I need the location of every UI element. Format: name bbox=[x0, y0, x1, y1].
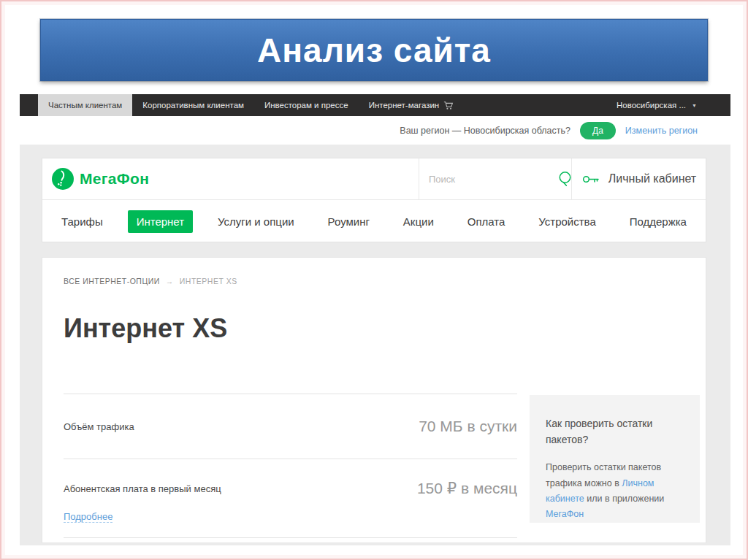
nav-item-support[interactable]: Поддержка bbox=[621, 210, 695, 233]
top-tab-label: Инвесторам и прессе bbox=[264, 101, 348, 110]
region-yes-button[interactable]: Да bbox=[580, 122, 616, 139]
breadcrumb-arrow-icon: → bbox=[166, 277, 174, 285]
audience-nav-bar: Частным клиентам Корпоративным клиентам … bbox=[20, 94, 730, 116]
breadcrumb-root-link[interactable]: ВСЕ ИНТЕРНЕТ-ОПЦИИ bbox=[64, 277, 160, 285]
megafon-logo-icon bbox=[52, 168, 74, 190]
nav-item-devices[interactable]: Устройства bbox=[530, 210, 604, 233]
content-card: ВСЕ ИНТЕРНЕТ-ОПЦИИ → ИНТЕРНЕТ XS Интерне… bbox=[42, 257, 706, 543]
spec-label: Объём трафика bbox=[64, 421, 134, 432]
key-icon bbox=[582, 174, 600, 185]
chevron-down-icon: ▼ bbox=[692, 103, 697, 108]
top-tab-corporate-clients[interactable]: Корпоративным клиентам bbox=[132, 94, 254, 116]
search-input[interactable] bbox=[429, 174, 557, 185]
breadcrumb: ВСЕ ИНТЕРНЕТ-ОПЦИИ → ИНТЕРНЕТ XS bbox=[64, 277, 237, 285]
nav-item-internet[interactable]: Интернет bbox=[128, 210, 193, 233]
top-tab-online-store[interactable]: Интернет-магазин bbox=[359, 94, 465, 116]
search-icon[interactable] bbox=[557, 171, 573, 187]
personal-account-label: Личный кабинет bbox=[608, 172, 696, 185]
region-confirm-bar: Ваш регион — Новосибирская область? Да И… bbox=[20, 116, 730, 145]
top-tab-label: Частным клиентам bbox=[48, 101, 122, 110]
nav-item-services-options[interactable]: Услуги и опции bbox=[209, 210, 303, 233]
nav-item-payment[interactable]: Оплата bbox=[459, 210, 514, 233]
logo-text: МегаФон bbox=[80, 170, 149, 188]
details-link[interactable]: Подробнее bbox=[64, 511, 112, 523]
breadcrumb-current: ИНТЕРНЕТ XS bbox=[180, 277, 237, 285]
megafon-logo[interactable]: МегаФон bbox=[52, 168, 149, 190]
nav-item-tariffs[interactable]: Тарифы bbox=[53, 210, 112, 233]
slide-title: Анализ сайта bbox=[257, 31, 491, 70]
spec-value: 150 ₽ в месяц bbox=[417, 480, 517, 497]
site-header-top-row: МегаФон Личный кабинет bbox=[42, 158, 706, 200]
main-nav: Тарифы Интернет Услуги и опции Роуминг А… bbox=[42, 200, 706, 242]
help-text-part2: или в приложении bbox=[584, 494, 664, 504]
table-row: Объём трафика 70 МБ в сутки bbox=[64, 394, 517, 459]
region-selector-dropdown[interactable]: Новосибирская ... ▼ bbox=[617, 94, 697, 116]
slide-title-banner: Анализ сайта bbox=[40, 19, 708, 81]
top-tab-label: Интернет-магазин bbox=[369, 101, 440, 110]
page-title: Интернет XS bbox=[64, 313, 227, 344]
top-tab-investors-press[interactable]: Инвесторам и прессе bbox=[254, 94, 359, 116]
spec-value: 70 МБ в сутки bbox=[419, 418, 517, 435]
spec-label: Абонентская плата в первый месяц bbox=[64, 483, 221, 494]
help-box: Как проверить остатки пакетов? Проверить… bbox=[530, 395, 700, 523]
change-region-link[interactable]: Изменить регион bbox=[625, 126, 698, 136]
nav-item-roaming[interactable]: Роуминг bbox=[319, 210, 378, 233]
personal-account[interactable]: Личный кабинет bbox=[573, 158, 706, 199]
top-bar-spacer bbox=[20, 94, 38, 116]
presentation-slide: Анализ сайта Частным клиентам Корпоратив… bbox=[0, 0, 748, 560]
nav-item-promotions[interactable]: Акции bbox=[394, 210, 443, 233]
table-row: Абонентская плата в первый месяц 150 ₽ в… bbox=[64, 459, 517, 537]
region-selector-label: Новосибирская ... bbox=[617, 101, 686, 110]
top-tab-private-clients[interactable]: Частным клиентам bbox=[38, 94, 132, 116]
cart-icon bbox=[443, 101, 454, 110]
megafon-app-link[interactable]: МегаФон bbox=[546, 509, 584, 519]
search-area bbox=[419, 158, 572, 199]
help-box-title: Как проверить остатки пакетов? bbox=[546, 416, 684, 448]
tariff-spec-table: Объём трафика 70 МБ в сутки Абонентская … bbox=[64, 394, 517, 538]
region-question: Ваш регион — Новосибирская область? bbox=[400, 126, 570, 136]
top-tab-label: Корпоративным клиентам bbox=[142, 101, 244, 110]
site-header-card: МегаФон Личный кабинет bbox=[42, 158, 706, 242]
help-box-text: Проверить остатки пакетов трафика можно … bbox=[546, 460, 684, 522]
